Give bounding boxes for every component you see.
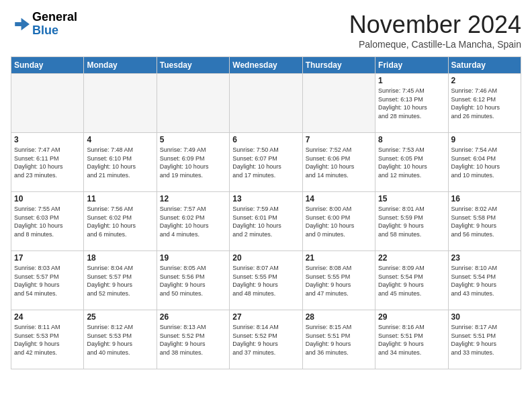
day-number: 6 <box>232 135 299 144</box>
day-info: Sunrise: 8:00 AM Sunset: 6:00 PM Dayligh… <box>306 205 372 238</box>
day-info: Sunrise: 8:16 AM Sunset: 5:51 PM Dayligh… <box>378 323 445 357</box>
day-cell: 7Sunrise: 7:52 AM Sunset: 6:06 PM Daylig… <box>302 133 375 192</box>
week-row-2: 3Sunrise: 7:47 AM Sunset: 6:11 PM Daylig… <box>11 133 521 192</box>
page-header: General Blue November 2024 Palomeque, Ca… <box>11 11 521 50</box>
day-cell: 4Sunrise: 7:48 AM Sunset: 6:10 PM Daylig… <box>84 133 157 192</box>
week-row-3: 10Sunrise: 7:55 AM Sunset: 6:03 PM Dayli… <box>11 192 521 251</box>
day-cell: 2Sunrise: 7:46 AM Sunset: 6:12 PM Daylig… <box>448 74 521 133</box>
day-info: Sunrise: 8:01 AM Sunset: 5:59 PM Dayligh… <box>378 205 445 238</box>
day-info: Sunrise: 8:09 AM Sunset: 5:54 PM Dayligh… <box>378 264 445 298</box>
day-number: 4 <box>87 135 153 144</box>
weekday-monday: Monday <box>84 57 157 74</box>
title-block: November 2024 Palomeque, Castille-La Man… <box>349 11 521 50</box>
svg-marker-0 <box>15 17 30 30</box>
day-number: 25 <box>87 312 153 322</box>
day-cell: 8Sunrise: 7:53 AM Sunset: 6:05 PM Daylig… <box>375 133 448 192</box>
day-cell: 18Sunrise: 8:04 AM Sunset: 5:57 PM Dayli… <box>84 251 157 310</box>
day-number: 30 <box>451 312 518 322</box>
day-cell: 26Sunrise: 8:13 AM Sunset: 5:52 PM Dayli… <box>157 310 229 369</box>
day-number: 23 <box>451 253 518 263</box>
day-info: Sunrise: 8:04 AM Sunset: 5:57 PM Dayligh… <box>87 264 153 298</box>
day-info: Sunrise: 7:49 AM Sunset: 6:09 PM Dayligh… <box>160 146 226 179</box>
day-cell <box>302 74 375 133</box>
day-number: 8 <box>378 135 445 144</box>
location-subtitle: Palomeque, Castille-La Mancha, Spain <box>349 39 521 50</box>
day-cell: 6Sunrise: 7:50 AM Sunset: 6:07 PM Daylig… <box>230 133 302 192</box>
day-number: 14 <box>306 194 372 203</box>
day-cell: 12Sunrise: 7:57 AM Sunset: 6:02 PM Dayli… <box>157 192 229 251</box>
day-cell: 19Sunrise: 8:05 AM Sunset: 5:56 PM Dayli… <box>157 251 229 310</box>
day-cell: 16Sunrise: 8:02 AM Sunset: 5:58 PM Dayli… <box>448 192 521 251</box>
day-number: 20 <box>232 253 299 263</box>
day-info: Sunrise: 7:57 AM Sunset: 6:02 PM Dayligh… <box>160 205 226 238</box>
day-number: 17 <box>14 253 81 263</box>
day-cell: 27Sunrise: 8:14 AM Sunset: 5:52 PM Dayli… <box>230 310 302 369</box>
day-number: 12 <box>160 194 226 203</box>
day-cell: 14Sunrise: 8:00 AM Sunset: 6:00 PM Dayli… <box>302 192 375 251</box>
day-cell: 30Sunrise: 8:17 AM Sunset: 5:51 PM Dayli… <box>448 310 521 369</box>
day-number: 28 <box>306 312 372 322</box>
day-number: 26 <box>160 312 226 322</box>
weekday-tuesday: Tuesday <box>157 57 229 74</box>
weekday-saturday: Saturday <box>448 57 521 74</box>
week-row-5: 24Sunrise: 8:11 AM Sunset: 5:53 PM Dayli… <box>11 310 521 369</box>
day-cell: 17Sunrise: 8:03 AM Sunset: 5:57 PM Dayli… <box>11 251 84 310</box>
day-cell <box>84 74 157 133</box>
weekday-friday: Friday <box>375 57 448 74</box>
day-info: Sunrise: 8:10 AM Sunset: 5:54 PM Dayligh… <box>451 264 518 298</box>
logo-icon <box>11 15 30 34</box>
day-number: 13 <box>232 194 299 203</box>
day-info: Sunrise: 7:48 AM Sunset: 6:10 PM Dayligh… <box>87 146 153 179</box>
day-info: Sunrise: 7:59 AM Sunset: 6:01 PM Dayligh… <box>232 205 299 238</box>
day-number: 19 <box>160 253 226 263</box>
day-info: Sunrise: 8:03 AM Sunset: 5:57 PM Dayligh… <box>14 264 81 298</box>
day-info: Sunrise: 8:08 AM Sunset: 5:55 PM Dayligh… <box>306 264 372 298</box>
day-info: Sunrise: 7:46 AM Sunset: 6:12 PM Dayligh… <box>451 87 518 120</box>
day-number: 21 <box>306 253 372 263</box>
day-info: Sunrise: 8:07 AM Sunset: 5:55 PM Dayligh… <box>232 264 299 298</box>
day-number: 22 <box>378 253 445 263</box>
day-info: Sunrise: 7:45 AM Sunset: 6:13 PM Dayligh… <box>378 87 445 120</box>
day-cell: 13Sunrise: 7:59 AM Sunset: 6:01 PM Dayli… <box>230 192 302 251</box>
day-cell: 10Sunrise: 7:55 AM Sunset: 6:03 PM Dayli… <box>11 192 84 251</box>
day-cell: 15Sunrise: 8:01 AM Sunset: 5:59 PM Dayli… <box>375 192 448 251</box>
weekday-sunday: Sunday <box>11 57 84 74</box>
weekday-wednesday: Wednesday <box>230 57 302 74</box>
weekday-header-row: SundayMondayTuesdayWednesdayThursdayFrid… <box>11 57 521 74</box>
month-title: November 2024 <box>349 11 521 39</box>
day-info: Sunrise: 8:05 AM Sunset: 5:56 PM Dayligh… <box>160 264 226 298</box>
day-cell: 25Sunrise: 8:12 AM Sunset: 5:53 PM Dayli… <box>84 310 157 369</box>
day-cell <box>230 74 302 133</box>
day-number: 3 <box>14 135 81 144</box>
logo-line1: General <box>32 11 77 24</box>
day-number: 7 <box>306 135 372 144</box>
day-number: 29 <box>378 312 445 322</box>
day-cell: 23Sunrise: 8:10 AM Sunset: 5:54 PM Dayli… <box>448 251 521 310</box>
day-number: 11 <box>87 194 153 203</box>
day-cell: 20Sunrise: 8:07 AM Sunset: 5:55 PM Dayli… <box>230 251 302 310</box>
day-cell <box>157 74 229 133</box>
day-number: 1 <box>378 76 445 85</box>
day-info: Sunrise: 7:55 AM Sunset: 6:03 PM Dayligh… <box>14 205 81 238</box>
day-number: 16 <box>451 194 518 203</box>
week-row-4: 17Sunrise: 8:03 AM Sunset: 5:57 PM Dayli… <box>11 251 521 310</box>
calendar-table: SundayMondayTuesdayWednesdayThursdayFrid… <box>11 56 521 369</box>
day-info: Sunrise: 8:15 AM Sunset: 5:51 PM Dayligh… <box>306 323 372 357</box>
day-cell: 1Sunrise: 7:45 AM Sunset: 6:13 PM Daylig… <box>375 74 448 133</box>
day-info: Sunrise: 7:53 AM Sunset: 6:05 PM Dayligh… <box>378 146 445 179</box>
day-info: Sunrise: 7:50 AM Sunset: 6:07 PM Dayligh… <box>232 146 299 179</box>
day-cell: 29Sunrise: 8:16 AM Sunset: 5:51 PM Dayli… <box>375 310 448 369</box>
day-cell: 21Sunrise: 8:08 AM Sunset: 5:55 PM Dayli… <box>302 251 375 310</box>
day-number: 9 <box>451 135 518 144</box>
day-cell: 22Sunrise: 8:09 AM Sunset: 5:54 PM Dayli… <box>375 251 448 310</box>
day-number: 15 <box>378 194 445 203</box>
calendar-header: SundayMondayTuesdayWednesdayThursdayFrid… <box>11 57 521 74</box>
day-number: 18 <box>87 253 153 263</box>
calendar-body: 1Sunrise: 7:45 AM Sunset: 6:13 PM Daylig… <box>11 74 521 369</box>
week-row-1: 1Sunrise: 7:45 AM Sunset: 6:13 PM Daylig… <box>11 74 521 133</box>
day-cell: 24Sunrise: 8:11 AM Sunset: 5:53 PM Dayli… <box>11 310 84 369</box>
day-number: 24 <box>14 312 81 322</box>
day-cell: 3Sunrise: 7:47 AM Sunset: 6:11 PM Daylig… <box>11 133 84 192</box>
day-cell <box>11 74 84 133</box>
logo-text: General Blue <box>32 11 77 38</box>
